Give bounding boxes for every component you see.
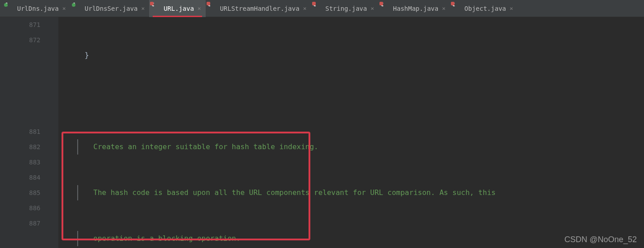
- close-icon[interactable]: ×: [141, 5, 145, 12]
- line-number: 885: [0, 185, 40, 200]
- close-icon[interactable]: ×: [198, 5, 201, 12]
- tab-label: Object.java: [464, 5, 506, 12]
- code-content[interactable]: } Creates an integer suitable for hash t…: [58, 17, 644, 248]
- close-icon[interactable]: ×: [62, 5, 66, 12]
- java-class-icon: [209, 4, 217, 13]
- java-class-icon: [6, 4, 14, 13]
- tab-urlstreamhandler[interactable]: URLStreamHandler.java ×: [206, 0, 311, 17]
- close-icon[interactable]: ×: [371, 5, 374, 12]
- tab-url[interactable]: URL.java ×: [149, 0, 205, 17]
- tab-label: URLStreamHandler.java: [220, 5, 300, 12]
- close-icon[interactable]: ×: [510, 5, 513, 12]
- line-number: [0, 63, 40, 78]
- line-number-gutter: 871 872 881 882 883 884 885 886 887: [0, 17, 58, 248]
- tab-object[interactable]: Object.java ×: [450, 0, 518, 17]
- line-number: 886: [0, 200, 40, 216]
- code-line: }: [67, 48, 644, 63]
- tab-label: UrlDns.java: [17, 5, 59, 12]
- line-number: [0, 48, 40, 63]
- code-editor[interactable]: 871 872 881 882 883 884 885 886 887 } Cr…: [0, 17, 644, 248]
- editor-tabbar: UrlDns.java × UrlDnsSer.java × URL.java …: [0, 0, 644, 17]
- tab-label: URL.java: [163, 5, 194, 12]
- javadoc-line: operation is a blocking operation.: [67, 231, 644, 246]
- tab-label: HashMap.java: [393, 5, 438, 12]
- line-number: 882: [0, 139, 40, 155]
- tab-label: String.java: [326, 5, 367, 12]
- line-number: [0, 78, 40, 93]
- javadoc-line: The hash code is based upon all the URL …: [67, 185, 644, 200]
- line-number: 872: [0, 32, 40, 48]
- java-class-icon: [454, 4, 462, 13]
- tab-string[interactable]: String.java ×: [311, 0, 379, 17]
- tab-hashmap[interactable]: HashMap.java ×: [379, 0, 450, 17]
- line-number: 881: [0, 124, 40, 139]
- line-number: 883: [0, 155, 40, 170]
- line-number: [0, 93, 40, 109]
- java-class-icon: [74, 4, 82, 13]
- javadoc-line: Creates an integer suitable for hash tab…: [67, 139, 644, 155]
- line-number: 887: [0, 216, 40, 231]
- java-class-icon: [153, 4, 161, 13]
- close-icon[interactable]: ×: [442, 5, 446, 12]
- tab-urldnsser[interactable]: UrlDnsSer.java ×: [71, 0, 150, 17]
- line-number: 884: [0, 170, 40, 185]
- line-number: [0, 109, 40, 124]
- code-line: [67, 93, 644, 109]
- java-class-icon: [382, 4, 390, 13]
- line-number: 871: [0, 17, 40, 32]
- java-class-icon: [315, 4, 323, 13]
- watermark-text: CSDN @NoOne_52: [565, 235, 637, 244]
- close-icon[interactable]: ×: [303, 5, 307, 12]
- tab-label: UrlDnsSer.java: [85, 5, 138, 12]
- tab-urldns[interactable]: UrlDns.java ×: [3, 0, 71, 17]
